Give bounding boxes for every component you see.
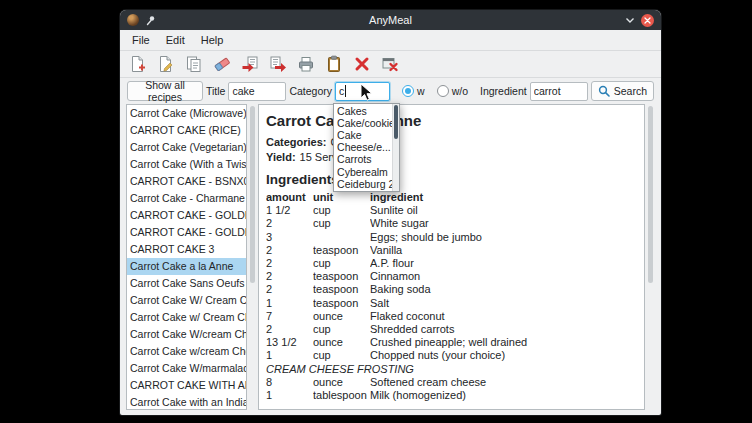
recipe-yield: Yield:15 Servings (266, 151, 637, 164)
new-recipe-icon (129, 55, 147, 73)
with-radio[interactable] (402, 85, 414, 97)
export-icon (269, 55, 287, 73)
categories-label: Categories: (266, 136, 327, 148)
recipe-list-item[interactable]: CARROT CAKE - BSNX01A (127, 173, 246, 190)
clipboard-icon (325, 55, 343, 73)
cell-amount: 2 (266, 257, 313, 270)
dropdown-item[interactable]: Cheese/e... (334, 141, 392, 153)
dropdown-scrollbar-handle[interactable] (394, 105, 398, 140)
recipe-list-item[interactable]: Carrot Cake w/ Cream Che... (127, 309, 246, 326)
recipe-list-item[interactable]: CARROT CAKE - GOLDBECK (127, 224, 246, 241)
recipe-list-item[interactable]: Carrot Cake (Vegetarian) (127, 139, 246, 156)
recipe-list-item[interactable]: Carrot Cake Sans Oeufs (127, 275, 246, 292)
cell-unit: cup (313, 204, 370, 217)
cell-unit: teaspoon (313, 297, 370, 310)
dropdown-item[interactable]: Cake (334, 129, 392, 141)
recipe-list-item[interactable]: CARROT CAKE WITH AN I... (127, 377, 246, 394)
quit-button[interactable] (380, 54, 400, 74)
cell-amount: 2 (266, 283, 313, 296)
cell-ingredient: Flaked coconut (370, 310, 637, 323)
recipe-list-scrollbar[interactable] (248, 104, 257, 410)
recipe-list-item[interactable]: CARROT CAKE - GOLDBECK (127, 207, 246, 224)
menu-file[interactable]: File (125, 32, 157, 48)
menu-edit[interactable]: Edit (159, 32, 192, 48)
recipe-view-scrollbar-handle[interactable] (648, 106, 653, 283)
recipe-list-item[interactable]: Carrot Cake (Microwave) (127, 105, 246, 122)
category-input-value: c (339, 85, 344, 97)
anymeal-window: AnyMeal File Edit Help (120, 10, 661, 415)
import-icon (241, 55, 259, 73)
filter-bar: Show all recipes Title Category c Cakes … (120, 78, 661, 104)
recipe-list-item[interactable]: Carrot Cake W/marmalad... (127, 360, 246, 377)
recipe-title: Carrot Cake a la Anne (266, 112, 637, 129)
cell-unit: ounce (313, 310, 370, 323)
cell-amount: 3 (266, 231, 313, 244)
without-radio-group: w/o (437, 85, 468, 97)
dropdown-scrollbar[interactable] (392, 104, 399, 191)
dropdown-item[interactable]: Ceideburg 2 (334, 178, 392, 190)
ingredients-table: amount unit ingredient 1 1/2 cup Sunlite… (266, 191, 637, 402)
print-recipe-button[interactable] (296, 54, 316, 74)
cell-unit: teaspoon (313, 270, 370, 283)
show-all-recipes-button[interactable]: Show all recipes (127, 81, 203, 101)
recipe-list-item[interactable]: Carrot Cake W/cream Che... (127, 326, 246, 343)
recipe-list-item[interactable]: Carrot Cake W/ Cream Ch... (127, 292, 246, 309)
recipe-list-item[interactable]: Carrot Cake w/cream Che... (127, 343, 246, 360)
import-recipes-button[interactable] (240, 54, 260, 74)
ingredients-heading: Ingredients (266, 172, 637, 187)
recipe-list-item[interactable]: Carrot Cake - Charmane A... (127, 190, 246, 207)
cell-ingredient: Cinnamon (370, 270, 637, 283)
titlebar[interactable]: AnyMeal (120, 10, 661, 30)
new-recipe-button[interactable] (128, 54, 148, 74)
title-input[interactable] (228, 82, 286, 101)
printer-icon (297, 55, 315, 73)
cell-ingredient: Baking soda (370, 283, 637, 296)
cell-unit: cup (313, 323, 370, 336)
menu-help[interactable]: Help (194, 32, 231, 48)
recipe-list-item[interactable]: Carrot Cake (With a Twist) (127, 156, 246, 173)
cell-unit: cup (313, 257, 370, 270)
cell-unit (313, 231, 370, 244)
menubar: File Edit Help (120, 30, 661, 51)
copy-recipe-button[interactable] (184, 54, 204, 74)
erase-button[interactable] (212, 54, 232, 74)
dropdown-item[interactable]: Carrots (334, 153, 392, 165)
recipe-view-scrollbar[interactable] (646, 104, 655, 410)
ingredient-label: Ingredient (480, 85, 527, 97)
cell-ingredient: Vanilla (370, 244, 637, 257)
dropdown-item[interactable]: Cyberealm (334, 166, 392, 178)
export-recipe-button[interactable] (268, 54, 288, 74)
copy-to-clipboard-button[interactable] (324, 54, 344, 74)
recipe-list-scrollbar-handle[interactable] (250, 106, 255, 283)
edit-recipe-icon (157, 55, 175, 73)
with-radio-group: w (402, 85, 425, 97)
recipe-list-item[interactable]: CARROT CAKE 3 (127, 241, 246, 258)
cell-ingredient: White sugar (370, 217, 637, 230)
cell-amount: 13 1/2 (266, 336, 313, 349)
cell-ingredient: Milk (homogenized) (370, 389, 637, 402)
cell-unit: ounce (313, 376, 370, 389)
cell-amount: 1 (266, 389, 313, 402)
search-button[interactable]: Search (591, 81, 654, 101)
cell-ingredient: Salt (370, 297, 637, 310)
pin-icon (145, 15, 156, 26)
ingredient-input[interactable] (530, 82, 588, 101)
recipe-list-item[interactable]: Carrot Cake with an India... (127, 394, 246, 410)
cell-unit: cup (313, 349, 370, 362)
delete-recipe-button[interactable] (352, 54, 372, 74)
edit-recipe-button[interactable] (156, 54, 176, 74)
minimize-button[interactable] (625, 17, 635, 24)
cell-ingredient: Shredded carrots (370, 323, 637, 336)
col-header-amount: amount (266, 191, 313, 204)
close-button[interactable] (641, 14, 654, 27)
recipe-categories: Categories:Cakes (266, 136, 637, 149)
without-radio[interactable] (437, 85, 449, 97)
dropdown-item[interactable]: Cake/cookie (334, 117, 392, 129)
recipe-list-item[interactable]: CARROT CAKE (RICE) (127, 122, 246, 139)
delete-icon (353, 55, 371, 73)
dropdown-item[interactable]: Cakes (334, 105, 392, 117)
pin-button[interactable] (145, 15, 156, 26)
recipe-list-item-selected[interactable]: Carrot Cake a la Anne (127, 258, 246, 275)
col-header-unit: unit (313, 191, 370, 204)
cell-unit: cup (313, 217, 370, 230)
